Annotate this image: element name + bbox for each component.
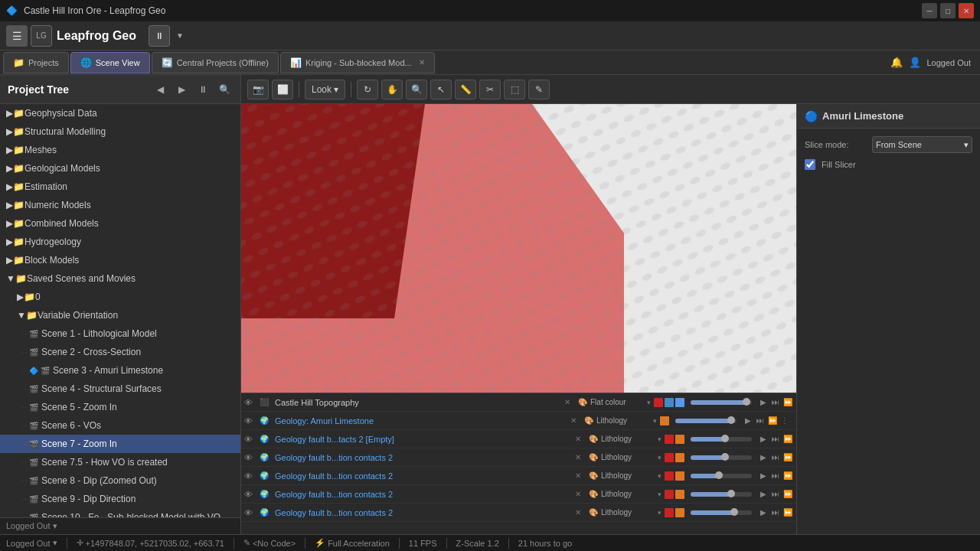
minimize-button[interactable]: ─ [922, 3, 937, 18]
slicer-tool[interactable]: ⬚ [504, 80, 525, 99]
scene-list-row-amuri[interactable]: 👁 🌍 Geology: Amuri Limestone ✕ 🎨 Litholo… [241, 412, 796, 430]
scene-list-row-topo[interactable]: 👁 ⬛ Castle Hill Topography ✕ 🎨 Flat colo… [241, 393, 796, 412]
measure-tool[interactable]: 📏 [455, 80, 476, 99]
f5-skip[interactable]: ⏭ [770, 489, 781, 500]
f4-skip[interactable]: ⏭ [770, 471, 781, 481]
logged-out-label[interactable]: Logged Out ▾ [6, 521, 57, 531]
sidebar-item-numeric[interactable]: ▶ 📁 Numeric Models [0, 196, 240, 214]
fault6-dropdown[interactable]: ▾ [658, 509, 662, 517]
sidebar-item-folder-0[interactable]: ▶ 📁 0 [0, 288, 240, 306]
sidebar-item-meshes[interactable]: ▶ 📁 Meshes [0, 141, 240, 159]
eye-fault4[interactable]: 👁 [244, 471, 256, 481]
f2-play[interactable]: ▶ [758, 434, 769, 445]
kriging-tab-close[interactable]: ✕ [419, 58, 425, 67]
maximize-button[interactable]: □ [940, 3, 956, 18]
topo-slider-thumb[interactable] [743, 398, 750, 406]
f6-end[interactable]: ⏩ [782, 507, 793, 518]
f5-play[interactable]: ▶ [758, 489, 769, 500]
scene-list-row-fault2[interactable]: 👁 🌍 Geology fault b...tacts 2 [Empty] ✕ … [241, 430, 796, 448]
fault5-thumb[interactable] [727, 490, 735, 497]
s6r[interactable] [665, 508, 674, 517]
scene-list-row-fault3[interactable]: 👁 🌍 Geology fault b...tion contacts 2 ✕ … [241, 448, 796, 467]
fault6-thumb[interactable] [730, 508, 738, 516]
sidebar-item-scene9[interactable]: · · 🎬 Scene 9 - Dip Direction [0, 490, 240, 508]
eye-fault5[interactable]: 👁 [244, 490, 256, 499]
fill-slicer-checkbox[interactable] [805, 159, 815, 170]
f3-play[interactable]: ▶ [758, 452, 769, 463]
fault5-dropdown[interactable]: ▾ [658, 491, 662, 498]
tab-central-projects[interactable]: 🔄 Central Projects (Offline) [152, 52, 279, 73]
sidebar-item-saved-scenes[interactable]: ▼ 📁 Saved Scenes and Movies [0, 269, 240, 288]
amuri-dropdown[interactable]: ▾ [653, 417, 657, 425]
look-dropdown-button[interactable]: Look ▾ [305, 80, 345, 99]
sidebar-item-scene4[interactable]: · · 🎬 Scene 4 - Structural Surfaces [0, 380, 240, 398]
scene-list-row-fault6[interactable]: 👁 🌍 Geology fault b...tion contacts 2 ✕ … [241, 504, 796, 522]
fault5-close[interactable]: ✕ [575, 490, 586, 498]
zoom-tool[interactable]: 🔍 [406, 80, 427, 99]
sidebar-item-scene7-5[interactable]: · · 🎬 Scene 7.5 - How VO is created [0, 453, 240, 471]
sidebar-item-geophysical[interactable]: ▶ 📁 Geophysical Data [0, 104, 240, 122]
fault3-thumb[interactable] [721, 453, 729, 461]
clip-tool[interactable]: ✂ [479, 80, 501, 99]
s3o[interactable] [675, 453, 684, 462]
viewport[interactable]: Plunge: +26 Azimuth: 021 🌐 [241, 104, 796, 534]
amuri-skip[interactable]: ⏭ [755, 416, 766, 426]
swatch-blue[interactable] [665, 398, 674, 407]
eye-fault3[interactable]: 👁 [244, 453, 256, 462]
fault4-dropdown[interactable]: ▾ [658, 472, 662, 480]
s5r[interactable] [665, 490, 674, 499]
scene-list-row-fault5[interactable]: 👁 🌍 Geology fault b...tion contacts 2 ✕ … [241, 485, 796, 504]
fault5-slider[interactable] [691, 492, 752, 497]
menu-button[interactable]: ☰ [6, 25, 28, 47]
fault2-dropdown[interactable]: ▾ [658, 435, 662, 443]
sidebar-item-scene2[interactable]: · · 🎬 Scene 2 - Cross-Section [0, 343, 240, 361]
fault2-thumb[interactable] [721, 435, 729, 442]
eye-amuri[interactable]: 👁 [244, 416, 256, 425]
sidebar-item-geo-models[interactable]: ▶ 📁 Geological Models [0, 159, 240, 178]
rotate-tool[interactable]: ↻ [357, 80, 378, 99]
sidebar-item-structural[interactable]: ▶ 📁 Structural Modelling [0, 122, 240, 141]
fault3-dropdown[interactable]: ▾ [658, 454, 662, 461]
dropdown-arrow-button[interactable]: ▼ [173, 29, 187, 43]
camera-button[interactable]: 📷 [247, 80, 269, 99]
topo-end[interactable]: ⏩ [782, 397, 793, 408]
topo-play[interactable]: ▶ [758, 397, 769, 408]
f2-end[interactable]: ⏩ [782, 434, 793, 445]
s3r[interactable] [665, 453, 674, 462]
fault3-close[interactable]: ✕ [575, 453, 586, 461]
amuri-close[interactable]: ✕ [570, 416, 581, 425]
user-icon[interactable]: 👤 [909, 57, 921, 68]
fault6-close[interactable]: ✕ [575, 508, 586, 517]
statusbar-logged-out[interactable]: Logged Out ▾ [6, 538, 57, 548]
fault2-close[interactable]: ✕ [575, 435, 586, 443]
s6o[interactable] [675, 508, 684, 517]
display-button[interactable]: ⬜ [272, 80, 293, 99]
topo-dropdown[interactable]: ▾ [647, 399, 651, 406]
f6-skip[interactable]: ⏭ [770, 507, 781, 518]
f5-end[interactable]: ⏩ [782, 489, 793, 500]
select-tool[interactable]: ↖ [430, 80, 452, 99]
f4-end[interactable]: ⏩ [782, 471, 793, 481]
pause-button[interactable]: ⏸ [149, 25, 170, 47]
slice-mode-dropdown[interactable]: From Scene ▾ [872, 136, 972, 153]
sidebar-back-btn[interactable]: ◀ [152, 81, 168, 98]
fault2-slider[interactable] [691, 437, 752, 442]
amuri-slider[interactable] [675, 419, 737, 423]
sidebar-item-scene5[interactable]: · · 🎬 Scene 5 - Zoom In [0, 398, 240, 416]
scene-list-row-fault4[interactable]: 👁 🌍 Geology fault b...tion contacts 2 ✕ … [241, 467, 796, 485]
fault3-slider[interactable] [691, 455, 752, 460]
eye-fault6[interactable]: 👁 [244, 508, 256, 517]
eye-fault2[interactable]: 👁 [244, 435, 256, 444]
amuri-slider-thumb[interactable] [727, 416, 735, 424]
f6-play[interactable]: ▶ [758, 507, 769, 518]
fault4-thumb[interactable] [715, 471, 723, 479]
sidebar-item-scene10[interactable]: · · 🎬 Scene 10 - Fe - Sub-blocked Model … [0, 508, 240, 517]
swatch-amuri-orange[interactable] [660, 416, 669, 425]
swatch-blue2[interactable] [675, 398, 684, 407]
amuri-play[interactable]: ▶ [743, 416, 753, 426]
tab-kriging[interactable]: 📊 Kriging - Sub-blocked Mod... ✕ [280, 52, 435, 73]
sidebar-search-btn[interactable]: 🔍 [216, 81, 233, 98]
s2o[interactable] [675, 435, 684, 444]
f3-skip[interactable]: ⏭ [770, 452, 781, 463]
sidebar-item-estimation[interactable]: ▶ 📁 Estimation [0, 178, 240, 196]
